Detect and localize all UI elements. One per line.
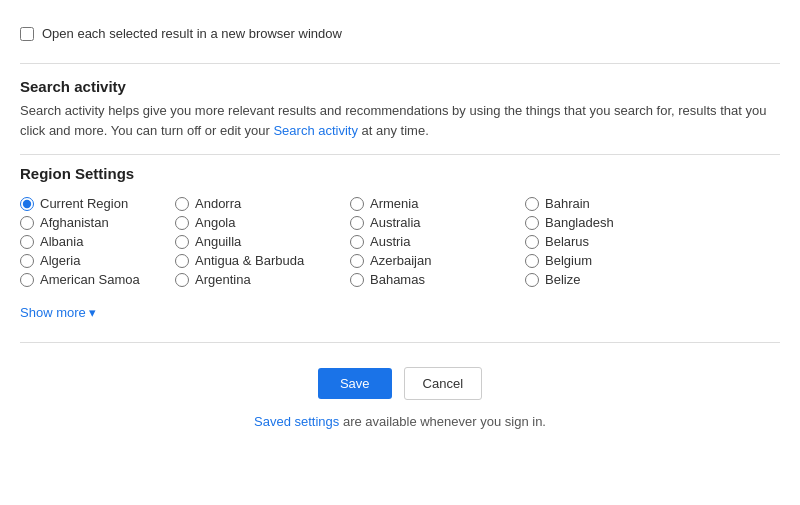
region-grid: Current Region Afghanistan Albania Alger… — [20, 194, 780, 289]
saved-settings-link[interactable]: Saved settings — [254, 414, 339, 429]
region-settings-section: Region Settings Current Region Afghanist… — [20, 165, 780, 334]
list-item[interactable]: Belarus — [525, 232, 700, 251]
saved-note: Saved settings are available whenever yo… — [20, 414, 780, 429]
list-item[interactable]: American Samoa — [20, 270, 175, 289]
show-more-arrow: ▾ — [89, 305, 96, 320]
actions-row: Save Cancel — [20, 351, 780, 410]
region-radio-al[interactable] — [20, 235, 34, 249]
show-more-label: Show more — [20, 305, 86, 320]
list-item[interactable]: Afghanistan — [20, 213, 175, 232]
region-radio-au[interactable] — [350, 216, 364, 230]
region-label-am[interactable]: Armenia — [370, 196, 418, 211]
region-label-bd[interactable]: Bangladesh — [545, 215, 614, 230]
divider-1 — [20, 63, 780, 64]
region-label-ai[interactable]: Anguilla — [195, 234, 241, 249]
region-radio-be[interactable] — [525, 254, 539, 268]
region-label-au[interactable]: Australia — [370, 215, 421, 230]
region-col-3: Armenia Australia Austria Azerbaijan Bah… — [350, 194, 525, 289]
new-window-option: Open each selected result in a new brows… — [20, 16, 780, 55]
region-radio-at[interactable] — [350, 235, 364, 249]
region-radio-current[interactable] — [20, 197, 34, 211]
divider-3 — [20, 342, 780, 343]
list-item[interactable]: Bangladesh — [525, 213, 700, 232]
saved-note-suffix: are available whenever you sign in. — [343, 414, 546, 429]
search-activity-section: Search activity Search activity helps gi… — [20, 78, 780, 140]
new-window-checkbox[interactable] — [20, 27, 34, 41]
list-item[interactable]: Austria — [350, 232, 525, 251]
region-radio-bs[interactable] — [350, 273, 364, 287]
list-item[interactable]: Armenia — [350, 194, 525, 213]
region-label-bs[interactable]: Bahamas — [370, 272, 425, 287]
region-label-as[interactable]: American Samoa — [40, 272, 140, 287]
region-label-bz[interactable]: Belize — [545, 272, 580, 287]
region-radio-ai[interactable] — [175, 235, 189, 249]
region-label-ao[interactable]: Angola — [195, 215, 235, 230]
list-item[interactable]: Belize — [525, 270, 700, 289]
region-label-al[interactable]: Albania — [40, 234, 83, 249]
region-label-bh[interactable]: Bahrain — [545, 196, 590, 211]
search-activity-description: Search activity helps give you more rele… — [20, 101, 780, 140]
region-radio-as[interactable] — [20, 273, 34, 287]
list-item[interactable]: Bahamas — [350, 270, 525, 289]
list-item[interactable]: Angola — [175, 213, 350, 232]
region-label-current[interactable]: Current Region — [40, 196, 128, 211]
region-radio-az[interactable] — [350, 254, 364, 268]
region-label-ar[interactable]: Argentina — [195, 272, 251, 287]
search-activity-title: Search activity — [20, 78, 780, 95]
region-col-4: Bahrain Bangladesh Belarus Belgium Beliz… — [525, 194, 700, 289]
show-more-link[interactable]: Show more ▾ — [20, 305, 96, 320]
list-item[interactable]: Belgium — [525, 251, 700, 270]
region-label-be[interactable]: Belgium — [545, 253, 592, 268]
list-item[interactable]: Anguilla — [175, 232, 350, 251]
region-radio-ad[interactable] — [175, 197, 189, 211]
region-label-ag[interactable]: Antigua & Barbuda — [195, 253, 304, 268]
region-radio-by[interactable] — [525, 235, 539, 249]
list-item[interactable]: Andorra — [175, 194, 350, 213]
region-radio-af[interactable] — [20, 216, 34, 230]
region-label-dz[interactable]: Algeria — [40, 253, 80, 268]
region-col-2: Andorra Angola Anguilla Antigua & Barbud… — [175, 194, 350, 289]
region-label-az[interactable]: Azerbaijan — [370, 253, 431, 268]
region-label-at[interactable]: Austria — [370, 234, 410, 249]
region-col-1: Current Region Afghanistan Albania Alger… — [20, 194, 175, 289]
search-activity-desc-suffix: at any time. — [362, 123, 429, 138]
region-label-af[interactable]: Afghanistan — [40, 215, 109, 230]
new-window-label[interactable]: Open each selected result in a new brows… — [42, 26, 342, 41]
region-radio-ao[interactable] — [175, 216, 189, 230]
region-radio-am[interactable] — [350, 197, 364, 211]
region-radio-bz[interactable] — [525, 273, 539, 287]
region-label-by[interactable]: Belarus — [545, 234, 589, 249]
list-item[interactable]: Algeria — [20, 251, 175, 270]
list-item[interactable]: Azerbaijan — [350, 251, 525, 270]
region-radio-ag[interactable] — [175, 254, 189, 268]
divider-2 — [20, 154, 780, 155]
region-radio-ar[interactable] — [175, 273, 189, 287]
save-button[interactable]: Save — [318, 368, 392, 399]
region-label-ad[interactable]: Andorra — [195, 196, 241, 211]
region-radio-dz[interactable] — [20, 254, 34, 268]
list-item[interactable]: Bahrain — [525, 194, 700, 213]
list-item[interactable]: Current Region — [20, 194, 175, 213]
list-item[interactable]: Albania — [20, 232, 175, 251]
region-radio-bd[interactable] — [525, 216, 539, 230]
region-radio-bh[interactable] — [525, 197, 539, 211]
list-item[interactable]: Antigua & Barbuda — [175, 251, 350, 270]
list-item[interactable]: Argentina — [175, 270, 350, 289]
list-item[interactable]: Australia — [350, 213, 525, 232]
region-settings-title: Region Settings — [20, 165, 780, 182]
search-activity-link[interactable]: Search activity — [273, 123, 358, 138]
cancel-button[interactable]: Cancel — [404, 367, 482, 400]
